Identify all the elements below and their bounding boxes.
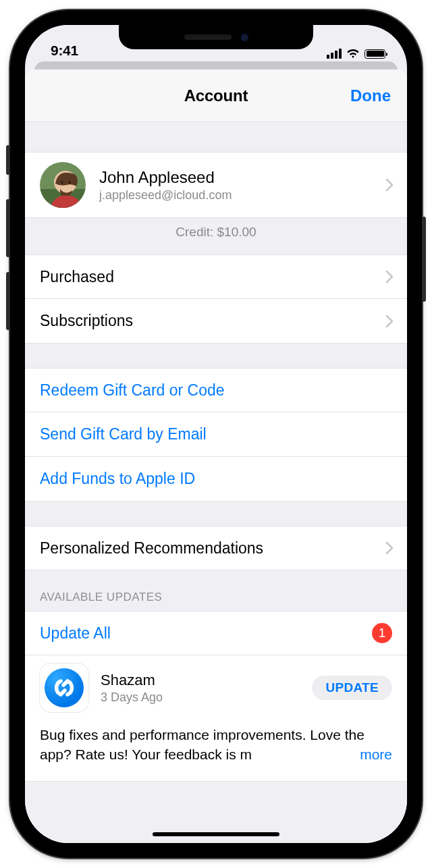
status-icons [327,49,385,59]
redeem-cell[interactable]: Redeem Gift Card or Code [25,368,407,412]
app-icon[interactable] [40,663,88,712]
recommendations-label: Personalized Recommendations [40,539,392,558]
purchased-label: Purchased [40,268,392,286]
subscriptions-cell[interactable]: Subscriptions [25,299,407,344]
account-sheet: Account Done [25,70,407,843]
shazam-icon [45,668,84,707]
app-update-time: 3 Days Ago [101,690,300,705]
svg-point-4 [68,181,70,184]
profile-name: John Appleseed [99,168,232,187]
front-camera [241,34,248,41]
app-description-row: Bug fixes and performance improvements. … [25,720,407,782]
done-button[interactable]: Done [350,86,391,105]
nav-bar: Account Done [25,70,407,122]
volume-down-button [6,272,10,330]
speaker-grille [184,34,232,40]
app-description: Bug fixes and performance improvements. … [40,726,392,765]
wifi-icon [346,49,360,59]
more-link[interactable]: more [341,745,392,765]
mute-switch [6,145,10,175]
status-time: 9:41 [51,43,78,59]
chevron-right-icon [385,315,394,328]
update-all-cell[interactable]: Update All 1 [25,611,407,655]
phone-frame: 9:41 Account Done [10,10,422,858]
svg-point-3 [61,181,63,184]
updates-section-header: Available Updates [25,570,407,611]
add-funds-label: Add Funds to Apple ID [40,470,392,488]
redeem-label: Redeem Gift Card or Code [40,381,392,400]
chevron-right-icon [385,541,394,555]
send-gift-cell[interactable]: Send Gift Card by Email [25,412,407,457]
profile-email: j.appleseed@icloud.com [99,188,232,202]
recommendations-cell[interactable]: Personalized Recommendations [25,526,407,570]
chevron-right-icon [385,178,394,192]
updates-badge: 1 [372,623,392,643]
power-button [422,217,426,302]
battery-icon [364,49,385,59]
app-name: Shazam [101,672,300,689]
add-funds-cell[interactable]: Add Funds to Apple ID [25,457,407,501]
screen: 9:41 Account Done [25,25,407,843]
notch [119,25,313,49]
page-title: Account [184,86,248,105]
avatar [40,162,86,208]
subscriptions-label: Subscriptions [40,312,392,330]
app-update-row: Shazam 3 Days Ago UPDATE [25,655,407,720]
purchased-cell[interactable]: Purchased [25,254,407,299]
home-indicator[interactable] [153,832,279,836]
cellular-signal-icon [327,49,342,59]
profile-cell[interactable]: John Appleseed j.appleseed@icloud.com [25,152,407,218]
chevron-right-icon [385,270,394,283]
volume-up-button [6,199,10,257]
credit-label: Credit: $10.00 [25,218,407,254]
update-all-label: Update All [40,624,372,643]
send-gift-label: Send Gift Card by Email [40,425,392,443]
update-button[interactable]: UPDATE [312,676,392,700]
